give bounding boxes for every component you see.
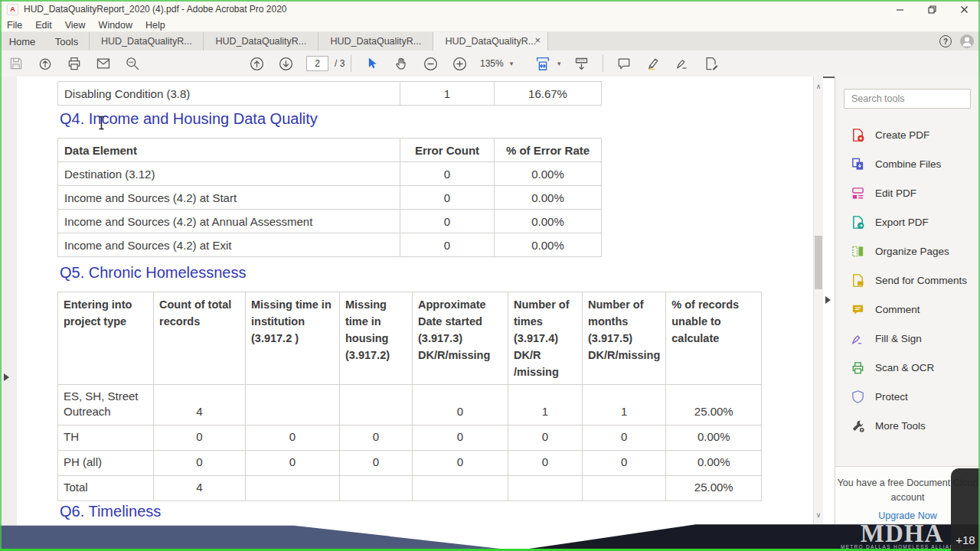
select-tool-icon[interactable]	[364, 55, 381, 72]
minimize-button[interactable]	[884, 0, 916, 18]
table-cell: Destination (3.12)	[58, 162, 400, 186]
fill-sign-tool-icon[interactable]	[674, 55, 691, 72]
table-cell: 0	[400, 210, 495, 233]
table-cell: 0.00%	[495, 162, 602, 186]
tabbar-right: ?	[939, 32, 974, 51]
document-tab[interactable]: HUD_DataQualityR...	[204, 32, 318, 51]
search-icon[interactable]	[124, 55, 141, 72]
column-header: % of Error Rate	[495, 139, 602, 162]
nav-pane-expand-icon[interactable]	[4, 373, 9, 381]
tool-label: Combine Files	[875, 158, 941, 170]
hand-tool-icon[interactable]	[393, 55, 410, 72]
tool-label: Export PDF	[875, 217, 929, 228]
scroll-up-icon[interactable]: ∧	[814, 81, 823, 92]
edit-pdf-icon	[851, 186, 865, 201]
zoom-level-value[interactable]: 135%	[480, 58, 504, 69]
vertical-scrollbar[interactable]: ∧ ∨	[813, 77, 823, 549]
zoom-dropdown-icon[interactable]: ▾	[510, 60, 514, 67]
table-cell: 0	[246, 451, 340, 476]
scrollbar-thumb[interactable]	[815, 236, 822, 289]
document-tab[interactable]: HUD_DataQualityR...×	[433, 32, 548, 51]
next-page-icon[interactable]	[277, 55, 294, 72]
menu-edit[interactable]: Edit	[35, 20, 52, 31]
tool-protect[interactable]: Protect	[835, 382, 980, 411]
document-tab[interactable]: HUD_DataQualityR...	[318, 32, 433, 51]
table-cell: 0	[400, 186, 495, 210]
table-cell: 0	[413, 385, 508, 425]
menu-window[interactable]: Window	[99, 20, 132, 31]
close-button[interactable]	[948, 0, 980, 18]
tool-comment[interactable]: Comment	[835, 295, 980, 324]
share-upload-icon[interactable]	[37, 55, 54, 72]
previous-page-icon[interactable]	[248, 55, 265, 72]
page-number-input[interactable]	[306, 56, 328, 71]
toolbar-divider	[603, 55, 603, 72]
tool-export-pdf[interactable]: Export PDF	[835, 207, 980, 236]
table-cell: Income and Sources (4.2) at Annual Asses…	[58, 210, 400, 233]
table-cell: 25.00%	[666, 385, 762, 425]
menu-help[interactable]: Help	[145, 20, 165, 31]
table-cell: 0	[400, 233, 495, 257]
table-cell: 0	[583, 451, 666, 476]
table-cell: TH	[58, 425, 154, 451]
help-icon[interactable]: ?	[939, 35, 952, 47]
tab-close-icon[interactable]: ×	[534, 35, 541, 46]
partial-table: Disabling Condition (3.8)116.67%	[57, 81, 602, 106]
acrobat-window: A HUD_DataQualityReport_2020 (4).pdf - A…	[0, 0, 980, 551]
restore-button[interactable]	[916, 0, 948, 18]
save-icon[interactable]	[8, 55, 24, 72]
tool-send-for-comments[interactable]: Send for Comments	[835, 266, 980, 295]
scroll-down-icon[interactable]: ∨	[814, 510, 823, 520]
table-cell: 0	[508, 451, 583, 476]
tab-bar: Home Tools HUD_DataQualityR...HUD_DataQu…	[0, 32, 980, 51]
tools-list: Create PDF Combine Files Edit PDF Export…	[835, 120, 980, 440]
fit-width-icon[interactable]	[534, 55, 551, 72]
table-row: Destination (3.12)00.00%	[58, 162, 602, 186]
menu-file[interactable]: File	[7, 20, 22, 31]
table-cell: 0	[583, 425, 666, 451]
edit-document-tool-icon[interactable]	[703, 55, 720, 72]
tool-label: Scan & OCR	[875, 362, 934, 373]
send-for-comments-icon	[851, 273, 865, 288]
mdha-logo: MDHA METRO DALLAS HOMELESS ALLIANCE	[841, 523, 963, 549]
print-icon[interactable]	[66, 55, 83, 72]
document-tab[interactable]: HUD_DataQualityR...	[89, 32, 204, 51]
tab-home[interactable]: Home	[0, 32, 44, 51]
tool-edit-pdf[interactable]: Edit PDF	[835, 178, 980, 207]
comment-tool-icon[interactable]	[616, 55, 632, 72]
participants-badge[interactable]: +18	[951, 468, 980, 551]
q6-heading: Q6. Timeliness	[60, 503, 161, 520]
comment-icon	[851, 302, 865, 317]
highlight-tool-icon[interactable]	[645, 55, 662, 72]
document-tabs: HUD_DataQualityR...HUD_DataQualityR...HU…	[89, 32, 548, 51]
table-cell	[246, 385, 340, 425]
table-cell: 0.00%	[495, 210, 602, 233]
table-cell	[246, 476, 340, 501]
tool-combine-files[interactable]: Combine Files	[835, 149, 980, 178]
column-header: % of records unable to calculate	[666, 292, 762, 385]
participants-count: +18	[951, 533, 980, 546]
tools-panel-toggle-icon[interactable]	[825, 296, 831, 304]
tool-create-pdf[interactable]: Create PDF	[835, 120, 980, 149]
zoom-in-icon[interactable]	[451, 55, 468, 72]
tool-fill-sign[interactable]: Fill & Sign	[835, 324, 980, 353]
tool-organize-pages[interactable]: Organize Pages	[835, 236, 980, 266]
zoom-out-icon[interactable]	[422, 55, 439, 72]
document-tab-label: HUD_DataQualityR...	[331, 36, 421, 47]
tab-tools[interactable]: Tools	[44, 32, 89, 51]
search-tools-input[interactable]	[844, 89, 971, 109]
tool-scan-ocr[interactable]: Scan & OCR	[835, 353, 980, 382]
tool-more-tools[interactable]: More Tools	[835, 411, 980, 440]
scroll-mode-icon[interactable]	[573, 55, 590, 72]
table-row: Disabling Condition (3.8)116.67%	[58, 82, 602, 106]
account-avatar-icon[interactable]	[960, 34, 974, 48]
table-cell	[583, 476, 666, 501]
table-cell: 0.00%	[666, 425, 762, 451]
frame-line-left	[0, 0, 2, 551]
email-icon[interactable]	[95, 55, 112, 72]
fit-width-dropdown-icon[interactable]: ▾	[557, 60, 561, 67]
scan-ocr-icon	[851, 360, 865, 375]
toolbar-divider	[351, 55, 351, 72]
document-tab-label: HUD_DataQualityR...	[101, 36, 191, 47]
menu-view[interactable]: View	[65, 20, 86, 31]
